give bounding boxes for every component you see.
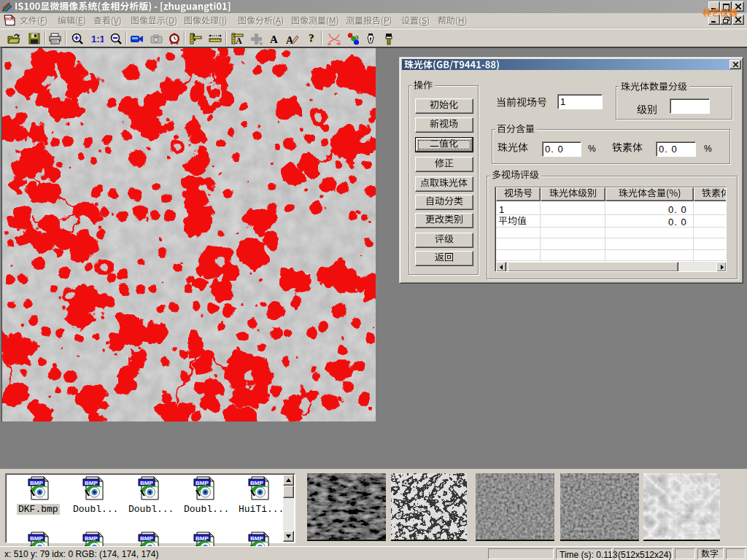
svg-text:A: A	[236, 36, 242, 44]
svg-text:DOC: DOC	[5, 17, 15, 21]
svg-text:3: 3	[355, 34, 359, 41]
svg-text:1:1: 1:1	[91, 34, 104, 44]
svg-text:?: ?	[309, 33, 314, 44]
svg-text:A: A	[270, 34, 278, 44]
